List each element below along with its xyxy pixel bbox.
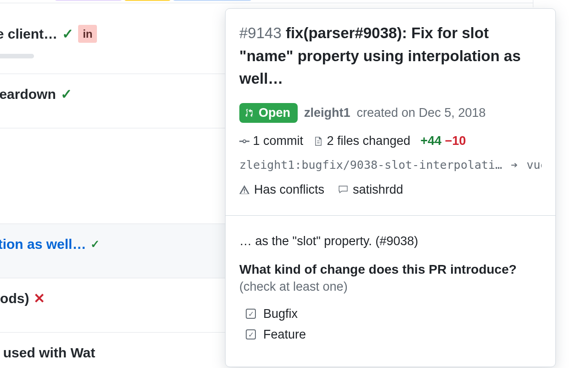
x-icon: ✕: [34, 289, 45, 307]
list-item[interactable]: osted special methods) ✕: [0, 278, 225, 333]
pr-full-title: #9143 fix(parser#9038): Fix for slot "na…: [239, 22, 542, 90]
body-question: What kind of change does this PR introdu…: [239, 262, 542, 277]
commits[interactable]: 1 commit: [239, 134, 303, 148]
file-diff-icon: [313, 136, 323, 146]
branch-line: zleight1:bugfix/9038-slot-interpolati… ➔…: [239, 158, 542, 172]
pr-title: ng type even when used with Wat: [0, 344, 95, 362]
state-badge: Open: [239, 103, 298, 123]
checklist: ✓ Bugfix ✓ Feature: [239, 307, 542, 342]
body-snippet: … as the "slot" property. (#9038): [239, 234, 542, 248]
status-line: Open zleight1 created on Dec 5, 2018: [239, 103, 542, 123]
git-pull-request-icon: [245, 108, 255, 118]
list-item[interactable]: ng type even when used with Wat: [0, 333, 225, 368]
comment-icon: [338, 184, 348, 195]
conflict-line: Has conflicts satishrdd: [239, 183, 542, 197]
progress-bar: [0, 54, 34, 58]
list-item-active[interactable]: rty using interpolation as well… ✓: [0, 224, 225, 278]
check-item: ✓ Feature: [246, 328, 542, 342]
deletions: −10: [445, 134, 466, 148]
files-changed[interactable]: 2 files changed: [313, 134, 410, 148]
body-hint: (check at least one): [239, 280, 542, 294]
checkbox-icon[interactable]: ✓: [246, 329, 256, 339]
header-vertical-rule: [533, 0, 533, 7]
commit-line: 1 commit 2 files changed +44 −10: [239, 134, 542, 148]
conflicts: Has conflicts: [239, 183, 324, 197]
pr-detail-panel: #9143 fix(parser#9038): Fix for slot "na…: [225, 8, 556, 367]
additions: +44: [420, 134, 441, 148]
pr-title-text: fix(parser#9038): Fix for slot "name" pr…: [239, 24, 521, 87]
pr-title: nks.css.map) in the client…: [0, 25, 57, 43]
check-icon: ✓: [90, 237, 100, 251]
state-text: Open: [259, 106, 290, 120]
files-text: 2 files changed: [327, 134, 411, 148]
diff-stats: +44 −10: [420, 134, 466, 148]
git-commit-icon: [239, 136, 249, 146]
label-badge: in: [78, 25, 97, 43]
list-item[interactable]: r ✓: [0, 128, 225, 224]
pr-created: created on Dec 5, 2018: [357, 106, 486, 120]
check-icon: ✓: [61, 85, 72, 103]
checkbox-icon[interactable]: ✓: [246, 309, 256, 319]
list-item[interactable]: e current watcher teardown ✓: [0, 74, 225, 128]
pr-author[interactable]: zleight1: [304, 106, 351, 120]
pr-title: osted special methods): [0, 289, 29, 307]
branch-from[interactable]: zleight1:bugfix/9038-slot-interpolati…: [239, 158, 502, 172]
branch-to[interactable]: vuejs:d…: [526, 158, 542, 172]
check-icon: ✓: [62, 25, 74, 43]
pr-number: #9143: [239, 24, 282, 41]
check-label: Bugfix: [263, 307, 298, 321]
check-label: Feature: [263, 328, 306, 342]
commits-text: 1 commit: [253, 134, 304, 148]
alert-icon: [239, 184, 249, 195]
commenter-name: satishrdd: [353, 183, 403, 197]
conflicts-text: Has conflicts: [254, 183, 324, 197]
commenter[interactable]: satishrdd: [338, 183, 403, 197]
tasklist: 2 of 13: [0, 49, 34, 63]
panel-body: … as the "slot" property. (#9038) What k…: [226, 216, 555, 367]
pr-title: rty using interpolation as well…: [0, 235, 86, 253]
pr-title: e current watcher teardown: [0, 85, 56, 103]
pr-list: nks.css.map) in the client… ✓ in 2 of 13…: [0, 0, 225, 368]
list-item[interactable]: nks.css.map) in the client… ✓ in 2 of 13: [0, 0, 225, 74]
check-item: ✓ Bugfix: [246, 307, 542, 321]
panel-header: #9143 fix(parser#9038): Fix for slot "na…: [226, 9, 555, 216]
